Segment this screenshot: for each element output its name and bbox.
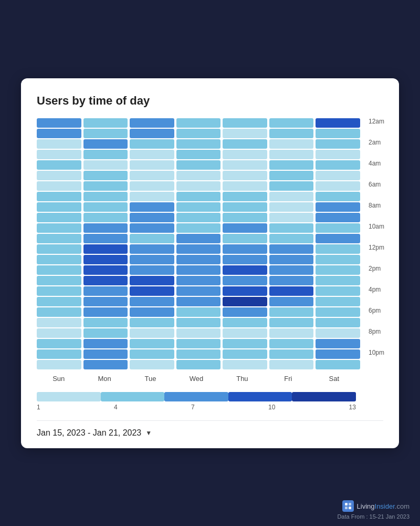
grid-cell [316,171,360,180]
grid-cell [223,276,267,285]
time-label: 8am [369,202,381,209]
grid-cell [316,286,360,296]
heatmap-grid [37,118,360,369]
day-label: Sun [37,375,80,383]
grid-cell [83,213,128,222]
grid-cell [37,234,81,243]
grid-cell [176,328,221,338]
grid-cell [83,255,128,264]
grid-row [37,160,360,170]
grid-cell [130,297,174,306]
chart-title: Users by time of day [37,94,383,108]
grid-cell [176,318,221,327]
grid-cell [37,129,81,138]
grid-cell [269,328,314,338]
grid-cell [316,349,360,359]
grid-row [37,318,360,327]
grid-cell [223,328,267,338]
svg-rect-3 [349,507,351,509]
grid-cell [223,360,267,369]
grid-cell [130,244,174,254]
grid-cell [130,202,174,212]
grid-cell [176,129,221,138]
grid-cell [176,160,221,170]
grid-cell [37,181,81,191]
grid-cell [176,255,221,264]
grid-cell [316,223,360,233]
main-card: Users by time of day 12am2am4am6am8am10a… [21,78,399,448]
grid-cell [83,223,128,233]
grid-cell [316,360,360,369]
grid-cell [83,139,128,149]
grid-row [37,202,360,212]
grid-cell [130,118,174,128]
grid-row [37,213,360,222]
grid-cell [37,286,81,296]
grid-cell [83,276,128,285]
grid-cell [176,171,221,180]
grid-cell [316,276,360,285]
grid-cell [37,318,81,327]
grid-cell [269,160,314,170]
time-label: 12pm [369,244,384,251]
grid-cell [83,286,128,296]
svg-rect-0 [345,503,348,506]
grid-cell [269,244,314,254]
grid-cell [269,297,314,306]
legend-number: 10 [268,404,275,411]
grid-cell [130,255,174,264]
grid-cell [37,307,81,317]
date-range-row[interactable]: Jan 15, 2023 - Jan 21, 2023 ▼ [37,428,383,438]
day-label: Fri [266,375,310,383]
grid-cell [83,307,128,317]
grid-row [37,265,360,275]
grid-cell [176,139,221,149]
grid-row [37,129,360,138]
grid-cell [269,202,314,212]
grid-cell [37,202,81,212]
grid-cell [83,202,128,212]
time-label: 8pm [369,328,381,335]
time-label: 10pm [369,349,384,356]
svg-rect-1 [349,503,351,506]
dropdown-arrow-icon[interactable]: ▼ [145,429,152,437]
grid-cell [37,255,81,264]
legend-bar [228,392,292,401]
grid-cell [316,129,360,138]
grid-cell [176,349,221,359]
date-range-label: Jan 15, 2023 - Jan 21, 2023 [37,428,141,438]
grid-cell [37,139,81,149]
day-label: Thu [220,375,264,383]
grid-cell [176,286,221,296]
time-label: 6am [369,181,381,188]
data-from-label: Data From : 15-21 Jan 2023 [337,513,410,520]
legend-number: 1 [37,404,40,411]
grid-cell [316,307,360,317]
grid-cell [316,181,360,191]
day-labels: SunMonTueWedThuFriSat [37,375,383,383]
grid-cell [176,150,221,159]
grid-row [37,307,360,317]
grid-cell [269,150,314,159]
grid-cell [269,276,314,285]
grid-cell [269,118,314,128]
grid-cell [83,171,128,180]
grid-row [37,349,360,359]
grid-cell [83,181,128,191]
grid-cell [37,223,81,233]
grid-cell [130,265,174,275]
grid-cell [37,339,81,348]
grid-cell [223,160,267,170]
grid-cell [130,181,174,191]
grid-cell [269,171,314,180]
grid-cell [130,139,174,149]
grid-cell [83,160,128,170]
grid-cell [269,192,314,201]
grid-cell [316,328,360,338]
time-label: 10am [369,223,384,230]
grid-cell [316,339,360,348]
grid-cell [37,150,81,159]
grid-cell [316,255,360,264]
grid-row [37,181,360,191]
grid-row [37,360,360,369]
